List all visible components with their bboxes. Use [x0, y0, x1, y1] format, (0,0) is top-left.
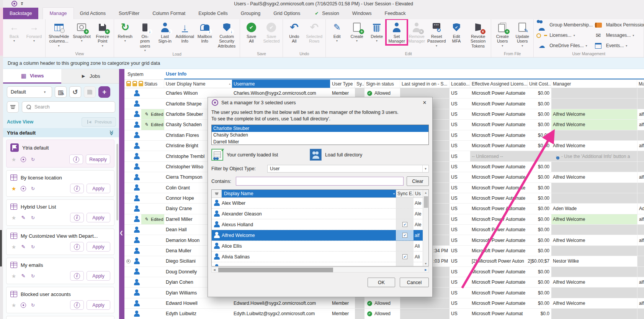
picker-row[interactable]: Alex Wilber Ale [212, 198, 428, 209]
column-header-sync[interactable]: Sy... [355, 80, 364, 88]
ribbon-tab[interactable]: Windows [346, 8, 378, 19]
ribbon-button[interactable]: Events... ▾ [592, 40, 642, 52]
ribbon-button[interactable]: Snapshot ▾ [71, 20, 92, 42]
selected-user-item[interactable]: Charlotte Steuber [212, 125, 428, 132]
search-input[interactable] [34, 104, 112, 110]
ribbon-button[interactable]: Remove Manager [407, 20, 426, 44]
ribbon-button[interactable]: Selected Rows [304, 20, 324, 44]
ribbon-button[interactable]: Undo All [284, 20, 304, 44]
ribbon-button[interactable]: Forward ▾ [25, 20, 44, 42]
clear-button[interactable]: Clear [407, 176, 429, 186]
ribbon-tab[interactable]: Backstage [3, 8, 38, 19]
scrollbar-thumb[interactable] [218, 268, 333, 272]
view-apply-button[interactable]: Apply [87, 300, 110, 310]
selected-user-item[interactable]: Chasity Schaden [212, 132, 428, 139]
combo-caret-box[interactable] [422, 165, 428, 172]
favorite-star-icon[interactable] [10, 185, 17, 192]
ribbon-tab[interactable]: Session [307, 8, 345, 19]
collapse-left-icon[interactable]: ❮ [119, 230, 123, 235]
view-info-button[interactable] [70, 184, 84, 193]
ribbon-button[interactable]: Mailbox Info [195, 20, 214, 44]
grouping-zone[interactable]: Drag a column header to this grouping zo… [3, 58, 644, 69]
favorite-star-icon[interactable] [10, 302, 17, 309]
reset-view-button[interactable] [69, 86, 81, 98]
ribbon-tab[interactable]: Grid Options [267, 8, 307, 19]
column-header-manager[interactable]: Manager [551, 80, 637, 88]
view-apply-button[interactable]: Apply [87, 271, 110, 281]
ribbon-button[interactable]: Freeze Point ▾ [93, 20, 112, 47]
sync-checkbox[interactable] [402, 254, 407, 259]
ribbon-button[interactable]: Create Users ▾ [493, 20, 512, 47]
cancel-button[interactable]: Cancel [400, 278, 429, 287]
ribbon-tab[interactable]: Grouping [234, 8, 267, 19]
view-apply-button[interactable]: Reapply [86, 155, 110, 164]
column-header-last-signed-in[interactable]: Last signed in on - S... [400, 80, 449, 88]
picker-row[interactable]: Alexander Gleason Ale [212, 209, 428, 219]
ribbon-button[interactable]: Refresh ▾ [116, 20, 135, 42]
dialog-close-button[interactable] [420, 99, 429, 107]
favorite-star-icon[interactable] [10, 273, 17, 280]
picker-row[interactable]: Alivia Salinas Ali [212, 252, 428, 262]
object-type-dropdown[interactable]: User [267, 165, 429, 173]
filter-button[interactable] [7, 101, 19, 113]
column-header-manager-username[interactable]: Ma... [637, 80, 644, 88]
horizontal-scrollbar[interactable]: ◀ ▶ [211, 267, 429, 273]
view-info-button[interactable] [70, 271, 84, 281]
sidebar-scrollbar-thumb[interactable] [116, 144, 118, 220]
column-header-display-name[interactable]: Display Name▾ [222, 190, 396, 197]
vertical-scrollbar[interactable]: ▲ ▼ [423, 190, 428, 266]
column-header-unit-cost[interactable]: Unit Cost... [528, 80, 551, 88]
ribbon-button[interactable]: Update Users ▾ [513, 20, 532, 47]
ribbon-button[interactable]: Back ▾ [5, 20, 24, 42]
ribbon-button[interactable]: OneDrive Files... ▾ [535, 40, 585, 52]
column-header-status[interactable]: Status [124, 80, 164, 88]
view-selector-dropdown[interactable]: Default [7, 86, 52, 98]
view-card[interactable]: By license location Apply [6, 170, 114, 197]
ribbon-button[interactable]: Mailbox Permissions... ▾ [592, 20, 642, 31]
ribbon-button[interactable]: Reset Password ▾ [427, 20, 446, 47]
selected-user-item[interactable]: Darrell Miller [212, 138, 428, 145]
ribbon-tab[interactable]: Manage [43, 8, 73, 19]
view-info-button[interactable] [70, 213, 84, 222]
ribbon-button[interactable]: Group Membership... ▾ [535, 20, 585, 31]
ribbon-button[interactable]: Custom Security Attributes [215, 20, 239, 48]
sync-checkbox[interactable] [402, 222, 407, 227]
active-view-header[interactable]: Ytria default [3, 128, 119, 137]
corner-filter-cell[interactable] [212, 190, 222, 197]
picker-row[interactable]: Alice Ellis Ali [212, 241, 428, 252]
ribbon-tab[interactable]: Explode Cells [192, 8, 234, 19]
view-apply-button[interactable]: Apply [87, 242, 110, 252]
favorite-star-icon[interactable] [10, 243, 17, 250]
ribbon-button[interactable]: Edit ▾ [327, 20, 347, 42]
ribbon-button[interactable]: Show/Hide columns... ▾ [47, 20, 70, 47]
picker-row[interactable]: Alfred Welcome alf [212, 230, 428, 241]
view-apply-button[interactable]: Apply [87, 184, 110, 193]
dialog-title-bar[interactable]: Set a manager for 3 selected users [211, 97, 429, 108]
previous-view-button[interactable]: Previous [82, 117, 116, 127]
scroll-down-icon[interactable]: ▼ [425, 261, 427, 266]
view-apply-button[interactable]: Apply [87, 213, 110, 222]
edit-views-button[interactable] [55, 86, 67, 98]
column-header-username[interactable]: Username [232, 80, 330, 88]
ribbon-tab[interactable]: Column Format [146, 8, 192, 19]
favorite-star-icon[interactable] [10, 156, 17, 163]
picker-row[interactable] [212, 262, 428, 266]
sidebar-tab[interactable]: Jobs [61, 69, 119, 84]
scroll-left-icon[interactable]: ◀ [212, 267, 217, 273]
table-row[interactable]: Edyth Luibwitz Edyth.Luibwitz@sygx2.onmi… [124, 309, 644, 319]
view-card[interactable]: My Customized View with Depart... Apply [6, 229, 114, 255]
ribbon-tab[interactable]: Grid Actions [74, 8, 112, 19]
ribbon-button[interactable]: Revoke Session Tokens [467, 20, 489, 48]
column-header-username[interactable]: Us [414, 190, 423, 197]
ribbon-button[interactable]: Edit MFA [447, 20, 466, 44]
add-view-button[interactable] [98, 86, 110, 98]
view-card[interactable]: Blocked user accounts Apply [6, 287, 114, 313]
view-info-button[interactable] [69, 155, 83, 164]
ribbon-button[interactable]: Save Selected [262, 20, 281, 44]
view-card[interactable]: Ytria default Reapply [6, 140, 114, 168]
source-option[interactable]: Load full directory [310, 149, 404, 161]
column-header-signin-status[interactable]: Sign-in status [364, 80, 400, 88]
ribbon-button[interactable]: Delete ▾ [367, 20, 386, 42]
scrollbar-thumb[interactable] [424, 196, 428, 208]
column-header-location[interactable]: Locatio... [449, 80, 470, 88]
